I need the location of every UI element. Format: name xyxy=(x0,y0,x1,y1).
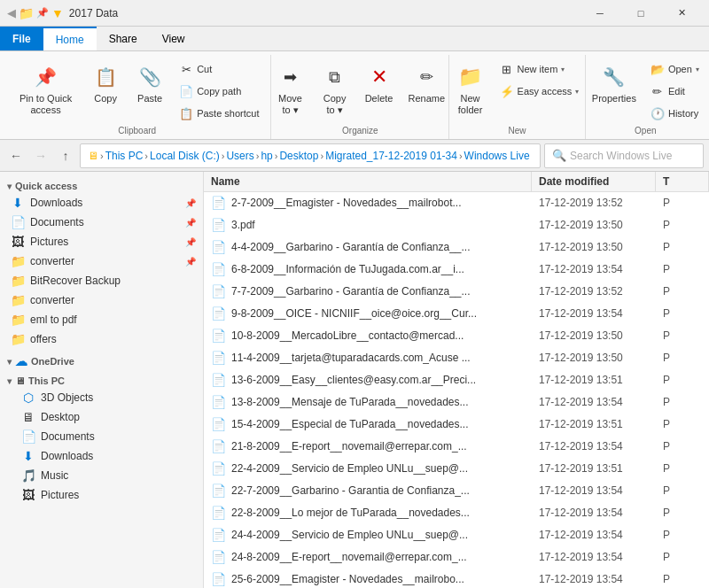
onedrive-header[interactable]: ▾ ☁ OneDrive xyxy=(0,349,203,370)
copy-path-button[interactable]: 📄 Copy path xyxy=(173,81,265,102)
path-hp[interactable]: hp xyxy=(261,150,272,162)
maximize-button[interactable]: □ xyxy=(620,0,661,27)
file-name-text: 22-7-2009__Garbarino - Garantia de Confi… xyxy=(231,484,470,497)
sidebar-item-bitrecover[interactable]: 📁 BitRecover Backup xyxy=(0,271,203,290)
file-date-cell: 17-12-2019 13:52 xyxy=(532,195,656,211)
move-to-label: Moveto ▾ xyxy=(278,93,302,116)
file-date-cell: 17-12-2019 13:54 xyxy=(532,261,656,277)
path-localdisk[interactable]: Local Disk (C:) xyxy=(150,150,220,162)
pdf-icon: 📄 xyxy=(211,484,226,498)
table-row[interactable]: 📄11-4-2009__tarjeta@tuparadacards.com_Ac… xyxy=(204,347,709,369)
sidebar-item-pictures-quick[interactable]: 🖼 Pictures 📌 xyxy=(0,232,203,251)
up-button[interactable]: ↑ xyxy=(55,145,76,166)
table-row[interactable]: 📄6-8-2009__Información de TuJugada.com.a… xyxy=(204,259,709,281)
ribbon-group-new: 📁 Newfolder ⊞ New item ▾ ⚡ Easy access ▾… xyxy=(449,55,585,139)
path-desktop[interactable]: Desktop xyxy=(279,150,318,162)
path-windowslive[interactable]: Windows Live xyxy=(464,150,530,162)
move-to-button[interactable]: ➡ Moveto ▾ xyxy=(269,58,312,120)
file-name-cell: 📄24-8-2009__E-report__novemail@errepar.c… xyxy=(204,548,532,566)
window-controls: ─ □ ✕ xyxy=(580,0,702,27)
delete-button[interactable]: ✕ Delete xyxy=(358,58,401,109)
sidebar-item-documents[interactable]: 📄 Documents xyxy=(0,427,203,446)
pin-indicator-conv: 📌 xyxy=(185,257,196,267)
tab-view[interactable]: View xyxy=(150,27,198,50)
open-button[interactable]: 📂 Open ▾ xyxy=(644,58,705,80)
address-path[interactable]: 🖥 › This PC › Local Disk (C:) › Users › … xyxy=(80,143,541,168)
table-row[interactable]: 📄9-8-2009__OICE - NICNIIF__oice@oice.org… xyxy=(204,303,709,325)
sidebar-item-converter2[interactable]: 📁 converter xyxy=(0,290,203,310)
table-row[interactable]: 📄15-4-2009__Especial de TuParada__noveda… xyxy=(204,414,709,436)
col-header-date[interactable]: Date modified xyxy=(532,172,656,191)
table-row[interactable]: 📄13-6-2009__Easy__clientes@easy.com.ar__… xyxy=(204,369,709,391)
pin-to-quick-access-button[interactable]: 📌 Pin to Quick access xyxy=(9,58,82,120)
table-row[interactable]: 📄7-7-2009__Garbarino - Garantía de Confi… xyxy=(204,281,709,303)
search-box[interactable]: 🔍 Search Windows Live xyxy=(544,143,704,168)
sidebar-item-downloads[interactable]: ⬇ Downloads xyxy=(0,446,203,466)
new-item-button[interactable]: ⊞ New item ▾ xyxy=(494,58,586,80)
close-button[interactable]: ✕ xyxy=(661,0,702,27)
open-label: Open xyxy=(635,124,656,139)
cut-button[interactable]: ✂ Cut xyxy=(173,58,265,80)
table-row[interactable]: 📄22-7-2009__Garbarino - Garantia de Conf… xyxy=(204,480,709,502)
path-thispc[interactable]: This PC xyxy=(105,150,144,162)
sidebar-item-desktop[interactable]: 🖥 Desktop xyxy=(0,407,203,427)
edit-button[interactable]: ✏ Edit xyxy=(644,81,705,102)
new-label: New xyxy=(508,124,526,139)
thispc-header[interactable]: ▾ 🖥 This PC xyxy=(0,370,203,388)
back-button[interactable]: ← xyxy=(5,145,27,166)
file-name-text: 3.pdf xyxy=(231,219,255,231)
table-row[interactable]: 📄24-4-2009__Servicio de Empleo UNLu__sue… xyxy=(204,524,709,546)
col-header-name[interactable]: Name xyxy=(204,172,532,191)
sidebar-item-pictures[interactable]: 🖼 Pictures xyxy=(0,485,203,505)
tab-share[interactable]: Share xyxy=(97,27,150,50)
file-date-cell: 17-12-2019 13:52 xyxy=(532,283,656,299)
pin-icon: 📌 xyxy=(32,63,60,91)
file-name-cell: 📄7-7-2009__Garbarino - Garantía de Confi… xyxy=(204,282,532,300)
table-row[interactable]: 📄22-4-2009__Servicio de Empleo UNLu__sue… xyxy=(204,458,709,480)
table-row[interactable]: 📄25-6-2009__Emagister - Novedades__mailr… xyxy=(204,569,709,588)
quick-access-header[interactable]: ▾ Quick access xyxy=(0,175,203,193)
onedrive-label: OneDrive xyxy=(31,356,74,367)
table-row[interactable]: 📄2-7-2009__Emagister - Novedades__mailro… xyxy=(204,192,709,214)
table-row[interactable]: 📄4-4-2009__Garbarino - Garantía de Confi… xyxy=(204,236,709,259)
col-header-type[interactable]: T xyxy=(656,172,709,191)
sidebar-item-emltopdf[interactable]: 📁 eml to pdf xyxy=(0,310,203,329)
sidebar-item-3dobjects[interactable]: ⬡ 3D Objects xyxy=(0,388,203,407)
history-button[interactable]: 🕐 History xyxy=(644,103,705,124)
sidebar-item-music[interactable]: 🎵 Music xyxy=(0,466,203,485)
copy-button[interactable]: 📋 Copy xyxy=(84,58,127,109)
path-migrated[interactable]: Migrated_17-12-2019 01-34 xyxy=(325,150,457,162)
offers-icon: 📁 xyxy=(11,332,25,346)
sidebar-item-offers[interactable]: 📁 offers xyxy=(0,329,203,349)
sidebar: ▾ Quick access ⬇ Downloads 📌 📄 Documents… xyxy=(0,172,204,588)
table-row[interactable]: 📄13-8-2009__Mensaje de TuParada__novedad… xyxy=(204,391,709,414)
table-row[interactable]: 📄22-8-2009__Lo mejor de TuParada__noveda… xyxy=(204,502,709,524)
file-name-text: 22-4-2009__Servicio de Empleo UNLu__suep… xyxy=(231,462,468,475)
table-row[interactable]: 📄3.pdf17-12-2019 13:50P xyxy=(204,214,709,236)
sidebar-item-converter-quick[interactable]: 📁 converter 📌 xyxy=(0,251,203,271)
thispc-label: This PC xyxy=(28,375,65,386)
edit-label: Edit xyxy=(668,86,685,97)
sidebar-item-documents-quick[interactable]: 📄 Documents 📌 xyxy=(0,213,203,232)
tab-file[interactable]: File xyxy=(0,27,43,50)
table-row[interactable]: 📄24-8-2009__E-report__novemail@errepar.c… xyxy=(204,546,709,569)
copy-to-button[interactable]: ⧉ Copyto ▾ xyxy=(314,58,356,120)
path-users[interactable]: Users xyxy=(226,150,253,162)
cut-label: Cut xyxy=(197,64,212,74)
tab-home[interactable]: Home xyxy=(43,27,97,50)
file-name-text: 21-8-2009__E-report__novemail@errepar.co… xyxy=(231,440,467,453)
paste-button[interactable]: 📎 Paste xyxy=(129,58,171,109)
table-row[interactable]: 📄10-8-2009__MercadoLibre__contacto@merca… xyxy=(204,325,709,347)
paste-shortcut-button[interactable]: 📋 Paste shortcut xyxy=(173,103,265,124)
forward-button[interactable]: → xyxy=(30,145,51,166)
file-name-text: 24-8-2009__E-report__novemail@errepar.co… xyxy=(231,551,467,563)
sidebar-item-downloads-quick[interactable]: ⬇ Downloads 📌 xyxy=(0,193,203,213)
table-row[interactable]: 📄21-8-2009__E-report__novemail@errepar.c… xyxy=(204,436,709,458)
properties-button[interactable]: 🔧 Properties xyxy=(586,58,643,109)
easy-access-button[interactable]: ⚡ Easy access ▾ xyxy=(494,81,586,102)
onedrive-cloud-icon: ☁ xyxy=(15,354,27,368)
sidebar-label-desktop: Desktop xyxy=(41,411,80,423)
rename-button[interactable]: ✏ Rename xyxy=(402,58,452,109)
minimize-button[interactable]: ─ xyxy=(580,0,620,27)
new-folder-button[interactable]: 📁 Newfolder xyxy=(449,58,492,120)
